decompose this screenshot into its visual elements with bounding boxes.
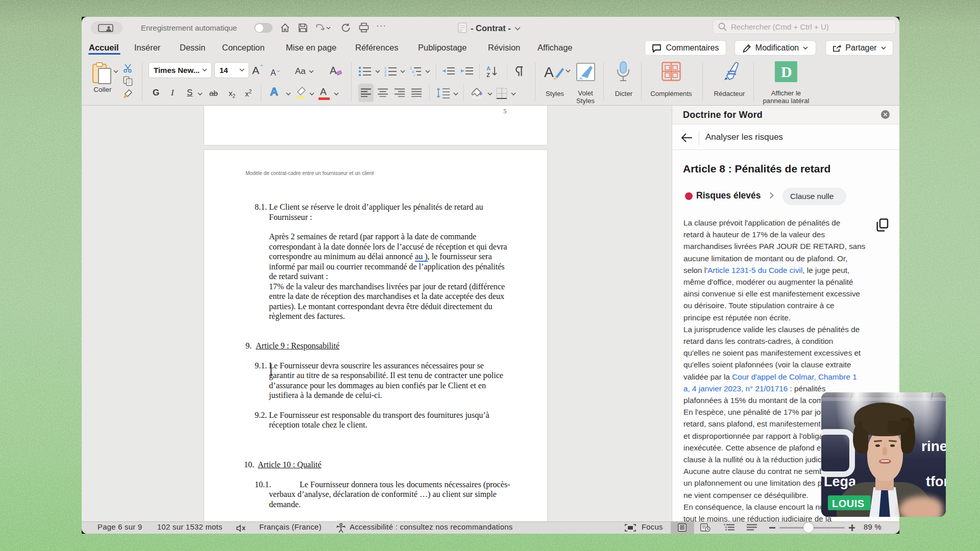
svg-text:1: 1 xyxy=(410,66,412,70)
svg-text:A: A xyxy=(544,64,554,80)
svg-text:A: A xyxy=(486,65,491,71)
svg-text:D: D xyxy=(781,63,792,80)
svg-text:a: a xyxy=(412,70,414,73)
svg-text:2: 2 xyxy=(384,70,386,73)
svg-text:Z: Z xyxy=(486,72,490,78)
svg-text:3: 3 xyxy=(384,73,386,77)
svg-text:i: i xyxy=(414,73,415,77)
svg-text:1: 1 xyxy=(384,66,386,70)
